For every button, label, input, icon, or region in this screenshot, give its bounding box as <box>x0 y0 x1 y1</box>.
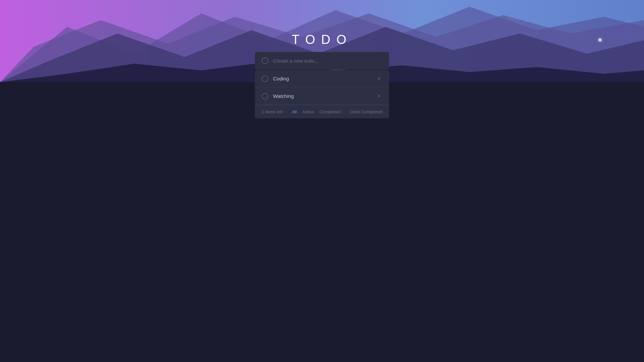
todo-item-checkbox-1[interactable] <box>262 75 268 82</box>
todo-container: Coding ✕ Watching ✕ 2 items left All Act… <box>255 52 389 118</box>
create-todo-input[interactable] <box>273 58 382 64</box>
filter-active-button[interactable]: Active <box>302 109 314 114</box>
todo-list: Coding ✕ Watching ✕ 2 items left All Act… <box>255 70 389 118</box>
todo-item-delete-1[interactable]: ✕ <box>375 75 382 83</box>
todo-item: Coding ✕ <box>255 70 389 87</box>
create-todo-wrapper <box>255 52 389 69</box>
filter-tabs: All Active Completed <box>292 109 340 114</box>
app-title: TODO <box>291 33 352 47</box>
theme-toggle-button[interactable]: ☀ <box>596 36 604 45</box>
todo-item-text-2: Watching <box>273 93 371 99</box>
clear-completed-button[interactable]: Clear Completed <box>350 109 382 114</box>
filter-all-button[interactable]: All <box>292 109 297 114</box>
create-todo-checkbox[interactable] <box>262 57 268 64</box>
todo-item-checkbox-2[interactable] <box>262 93 268 100</box>
filter-completed-button[interactable]: Completed <box>319 109 340 114</box>
todo-item-delete-2[interactable]: ✕ <box>375 92 382 100</box>
main-area <box>0 82 644 362</box>
items-left-count: 2 items left <box>262 109 283 114</box>
todo-footer: 2 items left All Active Completed Clear … <box>255 105 389 118</box>
todo-item-text-1: Coding <box>273 76 371 81</box>
todo-item: Watching ✕ <box>255 87 389 105</box>
